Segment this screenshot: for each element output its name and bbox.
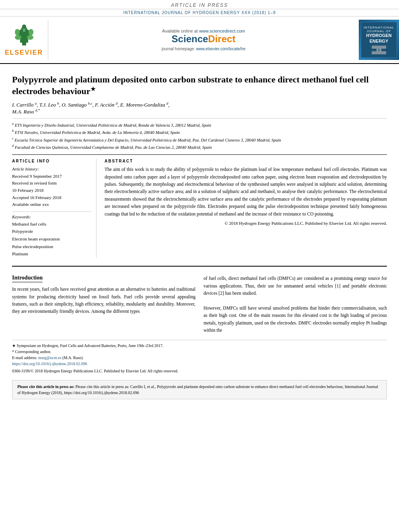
sd-direct: Direct	[208, 33, 235, 44]
intro-left-text: In recent years, fuel cells have receive…	[12, 286, 195, 315]
elsevier-logo: ELSEVIER	[0, 20, 48, 60]
keywords-section: Keywords: Methanol fuel cells Polypyrrol…	[12, 212, 91, 258]
doi-footnote: https://doi.org/10.1016/j.ijhydene.2018.…	[12, 361, 387, 367]
journal-cover-title: HYDROGENENERGY	[366, 33, 392, 43]
article-meta-section: ARTICLE INFO Article history: Received 9…	[12, 154, 387, 258]
cover-decoration: ▓▓▓▓▓▓▓▓ ▓▓▓▓▓▓▓▓	[372, 45, 386, 54]
sd-science: Science	[172, 33, 208, 44]
doi-link[interactable]: https://doi.org/10.1016/j.ijhydene.2018.…	[12, 362, 87, 366]
keyword-5: Platinum	[12, 250, 91, 258]
elsevier-tree-icon	[10, 23, 38, 47]
journal-homepage: journal homepage: www.elsevier.com/locat…	[162, 47, 245, 51]
body-right-col: of fuel cells, direct methanol fuel cell…	[204, 275, 387, 334]
title-star: ★	[90, 86, 96, 92]
svg-point-3	[15, 35, 21, 40]
history-label: Article history:	[12, 166, 91, 173]
svg-point-8	[22, 25, 26, 29]
sd-url: www.sciencedirect.com	[199, 29, 245, 33]
article-info-heading: ARTICLE INFO	[12, 159, 91, 163]
introduction-section: Introduction In recent years, fuel cells…	[12, 266, 387, 334]
keyword-3: Electron beam evaporation	[12, 235, 91, 243]
article-history: Article history: Received 9 September 20…	[12, 166, 91, 208]
svg-point-5	[15, 29, 20, 35]
keyword-4: Pulse electrodeposition	[12, 243, 91, 251]
introduction-heading: Introduction	[12, 275, 43, 282]
affiliation-b: b ETSI Navales, Universidad Politécnica …	[12, 129, 387, 136]
svg-point-4	[27, 35, 33, 40]
journal-cover-subtitle: INTERNATIONAL JOURNAL OF	[361, 26, 397, 33]
abstract-heading: ABSTRACT	[105, 159, 387, 163]
authors: I. Carrillo a, T.J. Leo b, O. Santiago b…	[12, 101, 387, 115]
body-left-col: Introduction In recent years, fuel cells…	[12, 275, 195, 334]
received-date: Received 9 September 2017	[12, 173, 91, 180]
journal-cover: INTERNATIONAL JOURNAL OF HYDROGENENERGY …	[359, 20, 399, 60]
keyword-1: Methanol fuel cells	[12, 220, 91, 228]
elsevier-label: ELSEVIER	[5, 49, 43, 56]
citation-box: Please cite this article in press as: Pl…	[12, 380, 387, 399]
journal-homepage-link[interactable]: www.elsevier.com/locate/he	[196, 47, 245, 51]
affiliations: a ETS Ingeniería y Diseño Industrial, Un…	[12, 118, 387, 150]
accepted-date: Accepted 16 February 2018	[12, 194, 91, 201]
aip-text: ARTICLE IN PRESS	[0, 2, 399, 8]
citation-label: Please cite this article in press as:	[17, 384, 76, 389]
star-footnote: ★ Symposium on Hydrogen, Fuel Cells and …	[12, 343, 387, 349]
email-footnote: E-mail address: marg@ucm.es (M.A. Raso).	[12, 355, 387, 361]
svg-point-6	[29, 29, 33, 35]
keywords-label: Keywords:	[12, 214, 91, 219]
corresponding-footnote: * Corresponding author.	[12, 349, 387, 355]
rights-reserved: 0360-3199/© 2018 Hydrogen Energy Publica…	[12, 368, 387, 374]
available-online-text: Available online at www.sciencedirect.co…	[162, 29, 245, 33]
abstract-col: ABSTRACT The aim of this work is to stud…	[105, 159, 387, 258]
svg-rect-9	[23, 29, 25, 32]
paper-title: Polypyrrole and platinum deposited onto …	[12, 74, 387, 97]
sciencedirect-brand: ScienceDirect	[172, 33, 236, 45]
keyword-2: Polypyrrole	[12, 228, 91, 235]
affiliation-a: a ETS Ingeniería y Diseño Industrial, Un…	[12, 121, 387, 128]
email-suffix: (M.A. Raso).	[62, 355, 84, 360]
body-two-col: Introduction In recent years, fuel cells…	[12, 275, 387, 334]
abstract-text: The aim of this work is to study the abi…	[105, 166, 387, 218]
header-area: ELSEVIER Available online at www.science…	[0, 16, 399, 64]
available-online: Available online xxx	[12, 201, 91, 208]
main-content: Polypyrrole and platinum deposited onto …	[0, 64, 399, 403]
journal-line: INTERNATIONAL JOURNAL OF HYDROGEN ENERGY…	[0, 9, 399, 16]
received-revised-label: Received in revised form	[12, 180, 91, 187]
email-link[interactable]: marg@ucm.es	[38, 355, 62, 360]
footnotes: ★ Symposium on Hydrogen, Fuel Cells and …	[12, 340, 387, 374]
abstract-copyright: © 2018 Hydrogen Energy Publications LLC.…	[105, 221, 387, 226]
paper-title-text: Polypyrrole and platinum deposited onto …	[12, 74, 369, 96]
intro-right-text: of fuel cells, direct methanol fuel cell…	[204, 275, 387, 334]
revised-date: 10 February 2018	[12, 187, 91, 194]
article-info-col: ARTICLE INFO Article history: Received 9…	[12, 159, 97, 258]
article-in-press-banner: ARTICLE IN PRESS	[0, 0, 399, 9]
header-center: Available online at www.sciencedirect.co…	[48, 20, 359, 60]
affiliation-c: c Escuela Técnica Superior de Ingeniería…	[12, 136, 387, 143]
affiliation-d: d Facultad de Ciencias Químicas, Univers…	[12, 144, 387, 150]
journal-cover-inner: INTERNATIONAL JOURNAL OF HYDROGENENERGY …	[361, 22, 397, 58]
